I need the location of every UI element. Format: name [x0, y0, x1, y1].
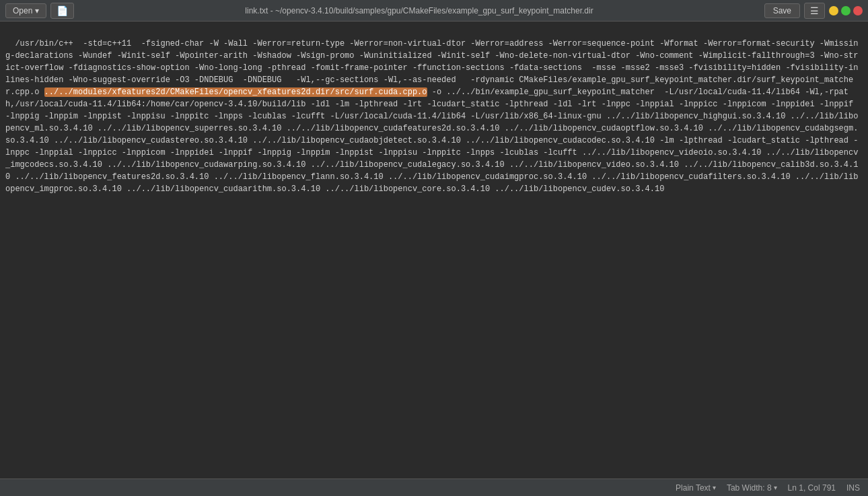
- plain-text-selector[interactable]: Plain Text ▾: [676, 483, 716, 493]
- window-controls: [829, 6, 863, 15]
- text-editor-content[interactable]: /usr/bin/c++ -std=c++11 -fsigned-char -W…: [0, 22, 868, 479]
- titlebar-center: link.txt - ~/opencv-3.4.10/build/samples…: [74, 6, 764, 15]
- file-icon-button[interactable]: 📄: [50, 3, 74, 19]
- close-button[interactable]: [853, 6, 863, 15]
- file-icon: 📄: [57, 5, 68, 16]
- statusbar: Plain Text ▾ Tab Width: 8 ▾ Ln 1, Col 79…: [0, 479, 868, 496]
- plain-text-chevron-icon: ▾: [713, 484, 716, 491]
- hamburger-icon: ☰: [810, 5, 819, 16]
- highlighted-text: ../../modules/xfeatures2d/CMakeFiles/ope…: [44, 87, 427, 97]
- tab-width-label: Tab Width: 8: [727, 483, 772, 493]
- titlebar-left: Open ▾ 📄: [5, 3, 74, 19]
- menu-button[interactable]: ☰: [804, 3, 825, 19]
- plain-text-label: Plain Text: [676, 483, 711, 493]
- insert-mode: INS: [846, 483, 860, 493]
- position-label: Ln 1, Col 791: [788, 483, 836, 493]
- encoding-label: INS: [846, 483, 860, 493]
- tab-width-selector[interactable]: Tab Width: 8 ▾: [727, 483, 777, 493]
- minimize-button[interactable]: [829, 6, 838, 15]
- cursor-position: Ln 1, Col 791: [788, 483, 836, 493]
- open-button[interactable]: Open ▾: [5, 3, 46, 18]
- save-button[interactable]: Save: [764, 3, 800, 18]
- titlebar: Open ▾ 📄 link.txt - ~/opencv-3.4.10/buil…: [0, 0, 868, 22]
- window-title: link.txt - ~/opencv-3.4.10/build/samples…: [245, 6, 593, 15]
- maximize-button[interactable]: [841, 6, 851, 15]
- titlebar-right: Save ☰: [764, 3, 863, 19]
- open-chevron-icon: ▾: [35, 6, 39, 15]
- tab-width-chevron-icon: ▾: [774, 484, 777, 491]
- text-after-highlight: -o ../../bin/example_gpu_surf_keypoint_m…: [5, 87, 858, 194]
- open-label: Open: [13, 6, 32, 15]
